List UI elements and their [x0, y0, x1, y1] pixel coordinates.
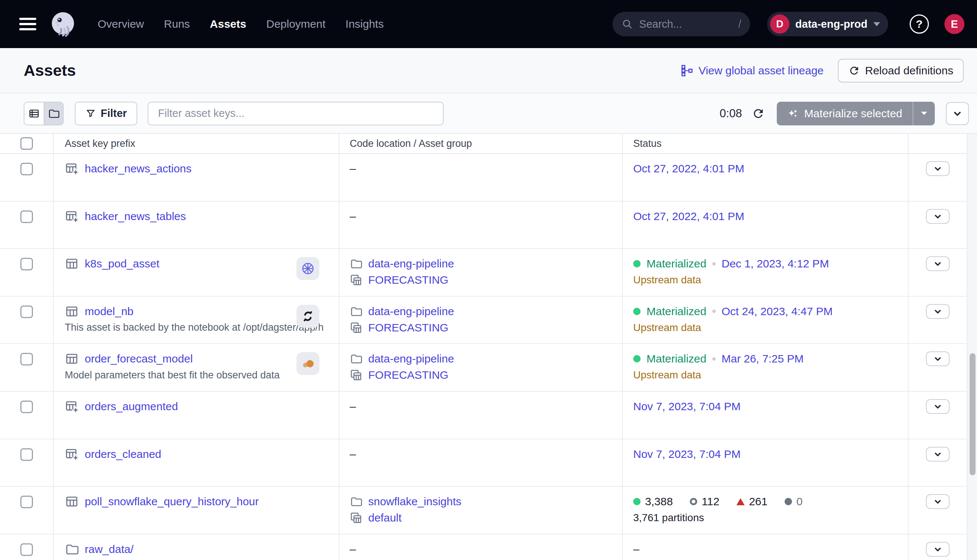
row-checkbox[interactable] [20, 210, 33, 223]
nav-item-insights[interactable]: Insights [346, 18, 384, 30]
asset-group-link[interactable]: FORECASTING [368, 369, 449, 382]
table-row: poll_snowflake_query_history_hour snowfl… [0, 487, 977, 535]
chevron-down-icon [932, 306, 943, 317]
expand-row-button[interactable] [926, 209, 950, 224]
asset-key-link[interactable]: poll_snowflake_query_history_hour [85, 495, 259, 508]
asset-key-link[interactable]: raw_data/ [85, 543, 134, 555]
expand-row-button[interactable] [926, 161, 950, 176]
materialization-date-link[interactable]: Oct 24, 2023, 4:47 PM [721, 305, 833, 318]
nav-item-runs[interactable]: Runs [164, 18, 190, 30]
materialization-date-link[interactable]: Mar 26, 7:25 PM [721, 352, 804, 365]
flat-view-button[interactable] [24, 102, 43, 125]
chevron-down-icon [951, 107, 964, 120]
code-location-link[interactable]: data-eng-pipeline [368, 352, 454, 365]
nav-item-deployment[interactable]: Deployment [266, 18, 325, 30]
missing-ring-icon [690, 498, 697, 505]
asset-table-icon [65, 304, 79, 318]
row-checkbox[interactable] [20, 163, 33, 175]
asset-group-icon [350, 369, 362, 382]
asset-description: Model parameters that best fit the obser… [65, 367, 324, 383]
materialization-date-link[interactable]: Oct 27, 2022, 4:01 PM [633, 162, 744, 175]
materialize-dropdown-toggle[interactable] [914, 102, 935, 125]
caret-down-icon [921, 112, 927, 115]
expand-row-button[interactable] [926, 399, 950, 414]
folder-icon [350, 305, 362, 318]
user-avatar[interactable]: E [944, 14, 964, 34]
toolbar-right-group: 0:08 Materialize selected [720, 102, 969, 125]
table-row: model_nb This asset is backed by the not… [0, 297, 977, 344]
code-location-link[interactable]: snowflake_insights [368, 495, 461, 508]
help-icon[interactable]: ? [910, 15, 929, 34]
asset-key-link[interactable]: orders_augmented [85, 400, 178, 413]
nav-item-overview[interactable]: Overview [98, 18, 144, 30]
asset-key-link[interactable]: model_nb [85, 305, 134, 318]
wandb-badge [296, 352, 319, 375]
asset-key-link[interactable]: hacker_news_actions [85, 162, 192, 175]
expand-row-button[interactable] [926, 304, 950, 319]
expand-row-button[interactable] [926, 494, 950, 509]
chevron-down-icon [932, 449, 943, 460]
row-checkbox[interactable] [20, 258, 33, 270]
hamburger-menu-icon[interactable] [19, 18, 36, 30]
asset-group-link[interactable]: FORECASTING [368, 274, 449, 286]
materialize-selected-main[interactable]: Materialize selected [777, 102, 913, 125]
workspace-name: data-eng-prod [795, 18, 867, 30]
chevron-down-icon [932, 496, 943, 507]
upstream-data-note: Upstream data [633, 367, 908, 383]
asset-key-link[interactable]: order_forecast_model [85, 352, 193, 365]
list-view-icon [28, 108, 40, 120]
row-checkbox[interactable] [20, 353, 33, 365]
nav-right-group: Search... / D data-eng-prod ? E [613, 12, 964, 36]
failed-triangle-icon [737, 498, 745, 505]
row-checkbox[interactable] [20, 401, 33, 413]
table-row: orders_cleaned – Nov 7, 2023, 7:04 PM [0, 439, 977, 487]
nav-item-assets[interactable]: Assets [210, 18, 246, 30]
asset-group-icon [350, 322, 362, 334]
filter-asset-keys-input[interactable] [148, 102, 444, 125]
other-count: 0 [797, 495, 803, 508]
asset-prefix-icon [65, 447, 79, 461]
asset-key-link[interactable]: orders_cleaned [85, 448, 161, 460]
table-header-row: Asset key prefix Code location / Asset g… [0, 134, 977, 154]
scrollbar-thumb[interactable] [970, 353, 975, 475]
asset-group-link[interactable]: FORECASTING [368, 322, 449, 334]
refresh-icon[interactable] [752, 107, 765, 120]
collapse-all-button[interactable] [946, 102, 969, 125]
materialization-date-link[interactable]: Nov 7, 2023, 7:04 PM [633, 448, 740, 460]
column-header-code-location: Code location / Asset group [350, 138, 472, 150]
asset-key-link[interactable]: hacker_news_tables [85, 210, 186, 223]
materialization-date-link[interactable]: Nov 7, 2023, 7:04 PM [633, 400, 740, 413]
view-global-asset-lineage-link[interactable]: View global asset lineage [681, 64, 823, 77]
dagster-app: Overview Runs Assets Deployment Insights… [0, 0, 977, 560]
view-mode-toggle [24, 102, 63, 125]
asset-group-icon [350, 512, 362, 524]
upstream-data-note: Upstream data [633, 272, 908, 288]
expand-row-button[interactable] [926, 542, 950, 557]
materialization-date-link[interactable]: Dec 1, 2023, 4:12 PM [721, 257, 829, 270]
asset-group-link[interactable]: default [368, 512, 401, 524]
expand-row-button[interactable] [926, 447, 950, 462]
filter-button[interactable]: Filter [75, 102, 137, 125]
asset-key-link[interactable]: k8s_pod_asset [85, 257, 160, 270]
code-location-link[interactable]: data-eng-pipeline [368, 305, 454, 318]
reload-definitions-button[interactable]: Reload definitions [838, 59, 964, 82]
row-checkbox[interactable] [20, 448, 33, 461]
asset-group-icon [350, 274, 362, 286]
row-checkbox[interactable] [20, 305, 33, 318]
materialization-date-link[interactable]: Oct 27, 2022, 4:01 PM [633, 210, 744, 223]
assets-table: Asset key prefix Code location / Asset g… [0, 134, 977, 560]
search-input[interactable]: Search... / [613, 12, 750, 36]
sparkles-icon [787, 108, 799, 120]
directory-view-button[interactable] [43, 102, 63, 125]
code-location-link[interactable]: data-eng-pipeline [368, 257, 454, 270]
workspace-switcher[interactable]: D data-eng-prod [767, 12, 888, 36]
select-all-checkbox[interactable] [20, 137, 33, 150]
expand-row-button[interactable] [926, 352, 950, 366]
chevron-down-icon [932, 211, 943, 222]
table-row: orders_augmented – Nov 7, 2023, 7:04 PM [0, 392, 977, 439]
kubernetes-icon [301, 261, 315, 276]
expand-row-button[interactable] [926, 256, 950, 271]
scrollbar-track[interactable] [967, 134, 977, 560]
row-checkbox[interactable] [20, 543, 33, 556]
row-checkbox[interactable] [20, 496, 33, 508]
